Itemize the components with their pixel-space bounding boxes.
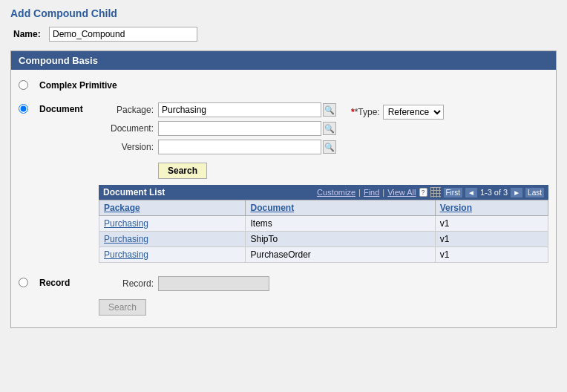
customize-link[interactable]: Customize xyxy=(317,188,355,197)
row1-version: v1 xyxy=(435,216,548,232)
complex-primitive-row: Complex Primitive xyxy=(19,79,548,92)
doc-table-header-row: Package Document Version xyxy=(99,200,548,216)
version-input[interactable] xyxy=(158,140,321,154)
record-search-btn-wrap: Search xyxy=(99,295,548,316)
row2-document: ShipTo xyxy=(246,232,435,247)
col-package[interactable]: Package xyxy=(99,200,246,216)
package-type-row: Package: 🔍 **Type: Reference xyxy=(99,102,548,121)
package-field-row: Package: 🔍 xyxy=(99,102,336,117)
document-search-button[interactable]: Search xyxy=(158,163,207,179)
record-radio[interactable] xyxy=(19,278,28,287)
row3-package: Purchasing xyxy=(99,247,246,263)
row1-package-link[interactable]: Purchasing xyxy=(104,218,148,229)
document-option-row: Document Package: 🔍 xyxy=(19,102,548,263)
doc-list-title: Document List xyxy=(103,187,165,197)
package-label: Package: xyxy=(99,105,158,115)
version-field-label: Version: xyxy=(99,142,158,152)
record-label: Record xyxy=(39,276,99,288)
version-input-wrap: 🔍 xyxy=(158,140,336,154)
name-row: Name: xyxy=(10,27,557,42)
record-radio-col xyxy=(19,276,39,290)
document-field-label: Document: xyxy=(99,123,158,134)
package-input[interactable] xyxy=(158,102,321,117)
complex-primitive-radio-col xyxy=(19,79,39,92)
record-field-row: Record: xyxy=(99,276,548,291)
find-link[interactable]: Find xyxy=(364,188,379,197)
document-content: Package: 🔍 **Type: Reference xyxy=(99,102,548,263)
package-input-wrap: 🔍 xyxy=(158,102,336,117)
first-button[interactable]: First xyxy=(444,188,462,197)
row1-document: Items xyxy=(246,216,435,232)
doc-list-container: Document List Customize | Find | View Al… xyxy=(99,185,548,263)
compound-basis-body: Complex Primitive Document Package: xyxy=(11,70,556,327)
package-search-icon[interactable]: 🔍 xyxy=(323,103,336,117)
record-option-row: Record Record: Search xyxy=(19,276,548,316)
compound-basis-box: Compound Basis Complex Primitive Documen… xyxy=(10,50,557,328)
document-radio-col xyxy=(19,102,39,116)
page-title: Add Compound Child xyxy=(10,7,557,19)
name-label: Name: xyxy=(13,29,43,39)
row2-version: v1 xyxy=(435,232,548,247)
table-row: Purchasing ShipTo v1 xyxy=(99,232,548,247)
record-input-wrap xyxy=(158,276,269,291)
last-button[interactable]: Last xyxy=(525,188,544,197)
row1-package: Purchasing xyxy=(99,216,246,232)
document-field-row: Document: 🔍 xyxy=(99,121,548,136)
grid-icon xyxy=(430,187,441,197)
page-info: 1-3 of 3 xyxy=(480,188,508,197)
help-badge[interactable]: ? xyxy=(419,188,427,197)
type-row: **Type: Reference Value Extension xyxy=(351,105,444,120)
complex-primitive-radio[interactable] xyxy=(19,80,28,90)
prev-button[interactable]: ◄ xyxy=(465,188,477,197)
doc-table-head: Package Document Version xyxy=(99,200,548,216)
row3-package-link[interactable]: Purchasing xyxy=(104,249,148,260)
view-all-link[interactable]: View All xyxy=(387,188,416,197)
version-search-icon[interactable]: 🔍 xyxy=(323,140,336,154)
document-search-icon[interactable]: 🔍 xyxy=(323,122,336,135)
document-label: Document xyxy=(39,102,99,114)
table-row: Purchasing Items v1 xyxy=(99,216,548,232)
row3-version: v1 xyxy=(435,247,548,263)
doc-list-header: Document List Customize | Find | View Al… xyxy=(99,185,548,200)
name-input[interactable] xyxy=(49,27,197,42)
document-input-wrap: 🔍 xyxy=(158,121,336,136)
type-select[interactable]: Reference Value Extension xyxy=(383,105,444,120)
record-content: Record: Search xyxy=(99,276,548,316)
document-input[interactable] xyxy=(158,121,321,136)
doc-table: Package Document Version Purchasing Item… xyxy=(99,200,548,263)
record-search-button: Search xyxy=(99,299,146,316)
type-label: *Type: xyxy=(355,107,383,117)
page-wrapper: Add Compound Child Name: Compound Basis … xyxy=(0,0,567,392)
compound-basis-header: Compound Basis xyxy=(11,51,556,70)
record-field-label: Record: xyxy=(99,278,158,289)
version-field-row: Version: 🔍 xyxy=(99,140,548,154)
record-input xyxy=(158,276,269,291)
document-radio[interactable] xyxy=(19,104,28,114)
col-document[interactable]: Document xyxy=(246,200,435,216)
row2-package: Purchasing xyxy=(99,232,246,247)
doc-list-controls: Customize | Find | View All ? First ◄ 1-… xyxy=(317,187,544,197)
col-version[interactable]: Version xyxy=(435,200,548,216)
search-btn-wrap: Search xyxy=(99,158,548,185)
row2-package-link[interactable]: Purchasing xyxy=(104,234,148,244)
complex-primitive-label: Complex Primitive xyxy=(39,79,117,91)
table-row: Purchasing PurchaseOrder v1 xyxy=(99,247,548,263)
row3-document: PurchaseOrder xyxy=(246,247,435,263)
next-button[interactable]: ► xyxy=(511,188,522,197)
doc-table-body: Purchasing Items v1 Purchasing ShipTo v1 xyxy=(99,216,548,263)
